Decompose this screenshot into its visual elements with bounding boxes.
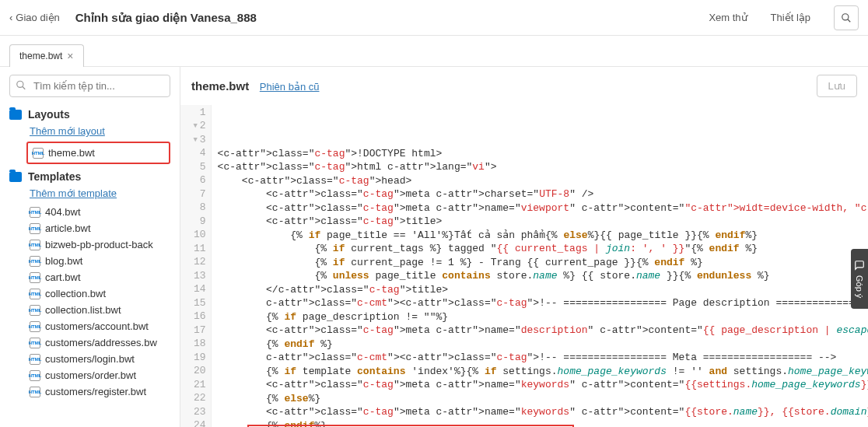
code-line[interactable]: <c-attr">class="c-tag">head> [218, 174, 868, 188]
gutter-line: 19 [185, 351, 206, 365]
page-title: Chỉnh sửa giao diện Vanesa_888 [75, 11, 257, 25]
code-line[interactable]: <c-attr">class="c-tag">meta c-attr">char… [218, 187, 868, 201]
file-sidebar: Layouts Thêm mới layout HTML theme.bwt T… [0, 67, 180, 427]
gutter-line: 10 [185, 229, 206, 243]
gutter-line: 24 [185, 419, 206, 428]
file-theme-bwt[interactable]: HTML theme.bwt [30, 145, 167, 161]
back-link[interactable]: ‹ Giao diện [9, 12, 60, 23]
chat-icon [854, 260, 865, 271]
gutter-line: 1 [185, 106, 206, 120]
editor-filename: theme.bwt [191, 79, 249, 93]
file-icon: HTML [30, 240, 40, 250]
search-input[interactable] [9, 75, 170, 97]
version-link[interactable]: Phiên bản cũ [260, 81, 320, 93]
save-button[interactable]: Lưu [817, 75, 857, 97]
search-icon [841, 12, 852, 23]
svg-point-2 [17, 81, 23, 87]
file-item[interactable]: HTML404.bwt [9, 204, 170, 220]
add-template-link[interactable]: Thêm mới template [30, 187, 170, 199]
file-item[interactable]: HTMLcustomers/order.bwt [9, 367, 170, 383]
add-layout-link[interactable]: Thêm mới layout [30, 125, 170, 137]
file-label: blog.bwt [45, 255, 82, 267]
code-line[interactable]: {% if current_tags %} tagged "{{ current… [218, 242, 868, 256]
code-line[interactable]: {% unless page_title contains store.name… [218, 269, 868, 283]
search-button[interactable] [834, 5, 859, 30]
file-item[interactable]: HTMLcustomers/account.bwt [9, 318, 170, 334]
code-line[interactable]: <c-attr">class="c-tag">meta c-attr">name… [218, 378, 868, 392]
gutter-line: 6 [185, 174, 206, 188]
svg-line-3 [23, 86, 26, 89]
file-item[interactable]: HTMLblog.bwt [9, 253, 170, 269]
file-icon: HTML [30, 338, 40, 348]
file-item[interactable]: HTMLcustomers/register.bwt [9, 383, 170, 400]
code-line[interactable]: c-attr">class="c-cmt"><c-attr">class="c-… [218, 351, 868, 365]
section-templates[interactable]: Templates [9, 170, 170, 183]
file-icon: HTML [33, 148, 44, 159]
gutter-line: 7 [185, 187, 206, 201]
code-line[interactable]: <c-attr">class="c-tag">meta c-attr">name… [218, 201, 868, 215]
code-line[interactable]: <c-attr">class="c-tag">meta c-attr">name… [218, 324, 868, 338]
code-line[interactable]: <c-attr">class="c-tag">html c-attr">lang… [218, 160, 868, 174]
file-icon: HTML [30, 321, 40, 332]
file-item[interactable]: HTMLcart.bwt [9, 269, 170, 285]
file-icon: HTML [30, 354, 40, 365]
file-item[interactable]: HTMLcollection.list.bwt [9, 302, 170, 318]
svg-point-0 [842, 13, 849, 19]
gutter-line: 15 [185, 296, 206, 310]
feedback-tab[interactable]: Góp ý [851, 249, 868, 309]
code-line[interactable]: {% endif %} [218, 338, 868, 352]
gutter-line: 20 [185, 365, 206, 379]
folder-icon [9, 110, 22, 120]
file-label: cart.bwt [45, 271, 81, 283]
code-line[interactable]: </c-attr">class="c-tag">title> [218, 283, 868, 297]
code-line[interactable]: <c-attr">class="c-tag">meta c-attr">name… [218, 405, 868, 419]
gutter-line: 18 [185, 338, 206, 352]
file-item[interactable]: HTMLarticle.bwt [9, 220, 170, 236]
file-icon: HTML [30, 272, 40, 283]
file-label: 404.bwt [45, 206, 81, 218]
settings-link[interactable]: Thiết lập [771, 12, 810, 23]
gutter-line: 23 [185, 405, 206, 419]
code-line[interactable]: {% endif%} [218, 419, 868, 427]
code-line[interactable]: {% if page_title == 'All'%}Tất cả sản ph… [218, 229, 868, 243]
gutter-line: 17 [185, 324, 206, 338]
code-line[interactable]: <c-attr">class="c-tag">!DOCTYPE html> [218, 147, 868, 161]
file-label: customers/addresses.bw [45, 337, 157, 348]
close-icon[interactable]: × [67, 50, 73, 62]
file-label: collection.list.bwt [45, 304, 121, 316]
file-label: customers/account.bwt [45, 320, 149, 332]
gutter-line: 8 [185, 201, 206, 215]
code-line[interactable]: <c-attr">class="c-tag">title> [218, 215, 868, 229]
file-icon: HTML [30, 387, 40, 397]
code-line[interactable]: {% if template contains 'index'%}{% if s… [218, 365, 868, 379]
section-label: Layouts [28, 108, 70, 121]
code-line[interactable]: {% if current_page != 1 %} - Trang {{ cu… [218, 256, 868, 270]
file-label: theme.bwt [48, 147, 95, 159]
section-layouts[interactable]: Layouts [9, 108, 170, 121]
code-line[interactable]: {% else%} [218, 392, 868, 406]
gutter-line: 14 [185, 283, 206, 297]
fold-icon[interactable]: ▼ [191, 135, 198, 145]
file-item[interactable]: HTMLcustomers/login.bwt [9, 351, 170, 367]
tab-label: theme.bwt [19, 51, 62, 61]
preview-link[interactable]: Xem thử [709, 12, 747, 23]
gutter-line: 9 [185, 215, 206, 229]
code-line[interactable]: {% if page_description != ""%} [218, 310, 868, 324]
tab-theme-bwt[interactable]: theme.bwt × [9, 44, 84, 67]
file-label: collection.bwt [45, 288, 106, 299]
code-line[interactable]: c-attr">class="c-cmt"><c-attr">class="c-… [218, 296, 868, 310]
file-item[interactable]: HTMLcustomers/addresses.bw [9, 334, 170, 351]
gutter-line: 12 [185, 256, 206, 270]
file-icon: HTML [30, 289, 40, 299]
fold-icon[interactable]: ▼ [191, 121, 198, 131]
gutter-line: ▼2 [185, 120, 206, 134]
file-label: customers/login.bwt [45, 353, 135, 365]
code-editor[interactable]: 1▼2▼345678910111213141516171819202122232… [180, 105, 868, 427]
feedback-label: Góp ý [855, 275, 864, 298]
file-item[interactable]: HTMLbizweb-pb-product-back [9, 236, 170, 253]
selected-file-highlight: HTML theme.bwt [26, 142, 170, 164]
back-label: Giao diện [16, 12, 59, 23]
file-item[interactable]: HTMLcollection.bwt [9, 285, 170, 302]
file-icon: HTML [30, 223, 40, 234]
file-icon: HTML [30, 370, 40, 381]
